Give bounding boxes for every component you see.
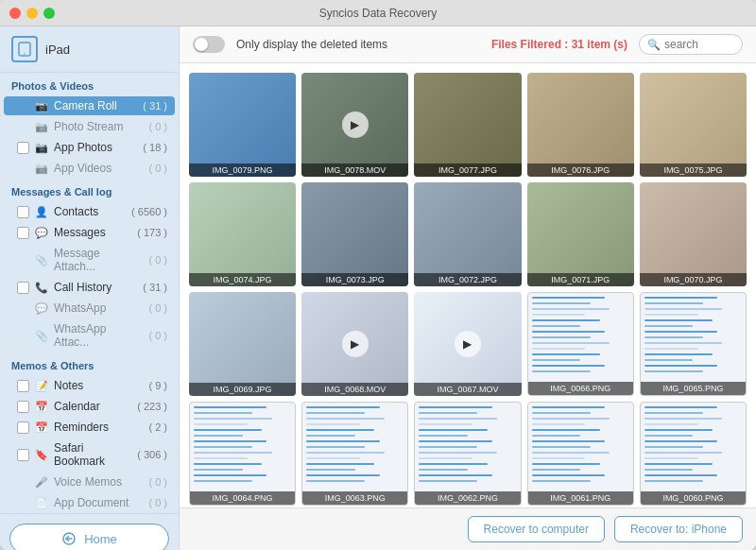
photo-thumb[interactable]: IMG_0077.JPG [414, 73, 521, 177]
photo-thumb[interactable]: IMG_0063.PNG [301, 402, 408, 506]
home-button[interactable]: Home [9, 524, 169, 550]
photo-label: IMG_0071.JPG [527, 273, 634, 286]
app-photos-checkbox[interactable] [17, 142, 29, 154]
close-button[interactable] [9, 8, 21, 19]
photo-thumb[interactable]: IMG_0062.PNG [414, 402, 521, 506]
messages-label: Messages [54, 226, 131, 239]
sidebar-item-message-attach: 📎 Message Attach... ( 0 ) [4, 244, 175, 276]
messages-icon: 💬 [35, 226, 48, 239]
app-document-icon: 📄 [35, 496, 48, 509]
search-box[interactable]: 🔍 [639, 34, 743, 55]
photo-thumb[interactable]: IMG_0079.PNG [189, 73, 296, 177]
message-attach-icon: 📎 [35, 253, 48, 266]
call-history-icon: 📞 [35, 281, 48, 294]
app-window: Syncios Data Recovery iPad Photos & Vide… [0, 0, 756, 550]
photo-label: IMG_0072.JPG [414, 273, 521, 286]
app-document-label: App Document [54, 496, 143, 509]
photo-thumb[interactable]: IMG_0069.JPG [189, 292, 296, 396]
messages-count: ( 173 ) [137, 227, 167, 238]
voice-memos-icon: 🎤 [35, 475, 48, 489]
section-title-memos: Memos & Others [0, 352, 179, 375]
notes-checkbox[interactable] [17, 380, 29, 392]
call-history-checkbox[interactable] [17, 282, 29, 294]
photo-thumb[interactable]: ▶IMG_0068.MOV [301, 292, 408, 396]
titlebar: Syncios Data Recovery [0, 0, 756, 26]
photo-label: IMG_0065.PNG [641, 382, 746, 395]
photo-stream-count: ( 0 ) [148, 121, 167, 132]
photo-label: IMG_0062.PNG [415, 491, 520, 505]
camera-icon: 📷 [35, 99, 48, 112]
photo-thumb[interactable]: IMG_0060.PNG [640, 402, 747, 506]
whatsapp-label: WhatsApp [54, 301, 143, 315]
calendar-checkbox[interactable] [17, 401, 29, 413]
photo-thumb[interactable]: IMG_0073.JPG [301, 182, 408, 286]
app-document-count: ( 0 ) [148, 497, 167, 508]
search-icon: 🔍 [647, 39, 661, 51]
files-filtered-prefix: Files Filtered : [491, 38, 572, 51]
contacts-label: Contacts [54, 205, 126, 218]
calendar-count: ( 223 ) [137, 401, 167, 412]
sidebar-item-safari-bookmark[interactable]: 🔖 Safari Bookmark ( 306 ) [4, 438, 175, 471]
search-input[interactable] [664, 38, 740, 51]
sidebar-item-call-history[interactable]: 📞 Call History ( 31 ) [4, 278, 175, 297]
section-title-photos: Photos & Videos [0, 73, 179, 95]
photo-label: IMG_0061.PNG [528, 491, 633, 505]
play-icon: ▶ [342, 331, 369, 357]
photo-thumb[interactable]: IMG_0065.PNG [640, 292, 747, 396]
contacts-checkbox[interactable] [17, 206, 29, 218]
deleted-items-toggle[interactable] [193, 36, 225, 53]
recover-iphone-button[interactable]: Recover to: iPhone [614, 516, 743, 542]
messages-checkbox[interactable] [17, 227, 29, 239]
section-title-messages: Messages & Call log [0, 179, 179, 201]
photo-thumb[interactable]: IMG_0076.JPG [527, 73, 634, 177]
sidebar-item-whatsapp-attach: 📎 WhatsApp Attac... ( 0 ) [4, 319, 175, 352]
sidebar-item-contacts[interactable]: 👤 Contacts ( 6560 ) [4, 202, 175, 221]
safari-icon: 🔖 [35, 448, 48, 461]
camera-roll-checkbox[interactable] [17, 100, 29, 112]
photo-thumb[interactable]: IMG_0064.PNG [189, 402, 296, 506]
call-history-count: ( 31 ) [143, 282, 167, 293]
minimize-button[interactable] [26, 8, 38, 19]
content-area: Only display the deleted items Files Fil… [180, 26, 756, 550]
sidebar-item-messages[interactable]: 💬 Messages ( 173 ) [4, 223, 175, 242]
message-attach-count: ( 0 ) [148, 254, 167, 266]
sidebar-item-app-photos[interactable]: 📷 App Photos ( 18 ) [4, 138, 175, 157]
app-videos-icon: 📷 [35, 162, 48, 175]
photo-thumb[interactable]: ▶IMG_0067.MOV [414, 292, 521, 396]
photo-thumb[interactable]: IMG_0072.JPG [414, 182, 521, 286]
photo-label: IMG_0070.JPG [640, 273, 747, 286]
message-attach-label: Message Attach... [54, 247, 143, 273]
photo-thumb[interactable]: IMG_0061.PNG [527, 402, 634, 506]
sidebar-item-calendar[interactable]: 📅 Calendar ( 223 ) [4, 397, 175, 416]
sidebar-item-notes[interactable]: 📝 Notes ( 9 ) [4, 376, 175, 395]
photo-stream-icon: 📷 [35, 120, 48, 133]
photo-thumb[interactable]: IMG_0066.PNG [527, 292, 634, 396]
photo-thumb[interactable]: IMG_0070.JPG [640, 182, 747, 286]
sidebar-item-voice-memos: 🎤 Voice Memos ( 0 ) [4, 473, 175, 491]
recover-computer-button[interactable]: Recover to computer [468, 516, 605, 542]
notes-label: Notes [54, 379, 143, 392]
reminders-checkbox[interactable] [17, 421, 29, 434]
device-row[interactable]: iPad [0, 26, 179, 73]
safari-checkbox[interactable] [17, 449, 29, 461]
sidebar-item-whatsapp: 💬 WhatsApp ( 0 ) [4, 299, 175, 318]
sidebar-item-camera-roll[interactable]: 📷 Camera Roll ( 31 ) [4, 96, 175, 115]
photo-grid: IMG_0079.PNG▶IMG_0078.MOVIMG_0077.JPGIMG… [180, 63, 756, 507]
photo-thumb[interactable]: ▶IMG_0078.MOV [301, 73, 408, 177]
photo-thumb[interactable]: IMG_0075.JPG [640, 73, 747, 177]
photo-label: IMG_0069.JPG [189, 383, 296, 396]
reminders-label: Reminders [54, 421, 143, 434]
whatsapp-count: ( 0 ) [148, 302, 167, 314]
photo-thumb[interactable]: IMG_0074.JPG [189, 182, 296, 286]
photo-thumb[interactable]: IMG_0071.JPG [527, 182, 634, 286]
app-photos-label: App Photos [54, 141, 137, 154]
maximize-button[interactable] [43, 8, 55, 19]
home-icon [61, 531, 77, 546]
photo-label: IMG_0060.PNG [641, 491, 746, 505]
play-icon: ▶ [342, 112, 369, 138]
sidebar-item-reminders[interactable]: 📅 Reminders ( 2 ) [4, 418, 175, 437]
sidebar-item-photo-stream: 📷 Photo Stream ( 0 ) [4, 117, 175, 136]
camera-roll-label: Camera Roll [54, 99, 137, 112]
files-filtered-suffix: item (s) [584, 38, 627, 51]
photo-label: IMG_0066.PNG [528, 382, 633, 395]
